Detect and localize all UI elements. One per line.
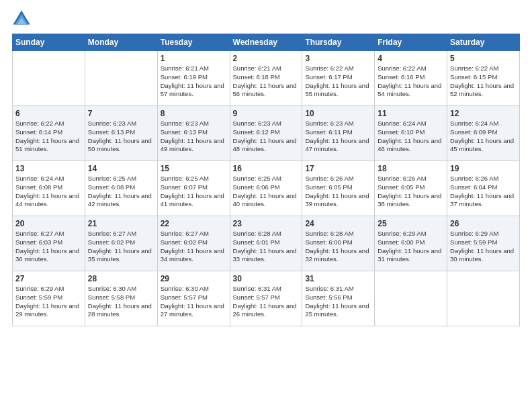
header-day: Tuesday: [157, 34, 230, 51]
calendar-week: 1Sunrise: 6:21 AM Sunset: 6:19 PM Daylig…: [13, 51, 520, 106]
day-number: 18: [378, 164, 444, 173]
day-number: 31: [305, 274, 371, 283]
calendar-week: 13Sunrise: 6:24 AM Sunset: 6:08 PM Dayli…: [13, 161, 520, 216]
calendar-cell: 31Sunrise: 6:31 AM Sunset: 5:56 PM Dayli…: [302, 271, 375, 326]
calendar-cell: 12Sunrise: 6:24 AM Sunset: 6:09 PM Dayli…: [447, 106, 520, 161]
day-number: 11: [378, 109, 444, 118]
header-day: Thursday: [302, 34, 375, 51]
calendar-cell: 16Sunrise: 6:25 AM Sunset: 6:06 PM Dayli…: [230, 161, 302, 216]
day-number: 7: [88, 109, 154, 118]
cell-info: Sunrise: 6:26 AM Sunset: 6:05 PM Dayligh…: [378, 175, 441, 208]
calendar-cell: 19Sunrise: 6:26 AM Sunset: 6:04 PM Dayli…: [447, 161, 520, 216]
day-number: 2: [233, 54, 300, 63]
calendar-cell: [447, 271, 520, 326]
calendar-cell: 23Sunrise: 6:28 AM Sunset: 6:01 PM Dayli…: [230, 216, 302, 271]
calendar-cell: 18Sunrise: 6:26 AM Sunset: 6:05 PM Dayli…: [375, 161, 447, 216]
day-number: 19: [450, 164, 517, 173]
day-number: 8: [161, 109, 227, 118]
calendar-cell: 24Sunrise: 6:28 AM Sunset: 6:00 PM Dayli…: [302, 216, 375, 271]
header-day: Saturday: [447, 34, 520, 51]
header-day: Sunday: [13, 34, 85, 51]
header-day: Wednesday: [230, 34, 302, 51]
calendar-table: SundayMondayTuesdayWednesdayThursdayFrid…: [12, 34, 520, 326]
cell-info: Sunrise: 6:24 AM Sunset: 6:10 PM Dayligh…: [378, 120, 441, 152]
day-number: 3: [305, 54, 371, 63]
cell-info: Sunrise: 6:23 AM Sunset: 6:12 PM Dayligh…: [233, 120, 297, 152]
calendar-cell: 30Sunrise: 6:31 AM Sunset: 5:57 PM Dayli…: [230, 271, 302, 326]
cell-info: Sunrise: 6:25 AM Sunset: 6:08 PM Dayligh…: [88, 175, 152, 208]
day-number: 10: [305, 109, 371, 118]
calendar-cell: 8Sunrise: 6:23 AM Sunset: 6:13 PM Daylig…: [157, 106, 230, 161]
cell-info: Sunrise: 6:28 AM Sunset: 6:00 PM Dayligh…: [305, 230, 369, 263]
day-number: 29: [161, 274, 227, 283]
cell-info: Sunrise: 6:23 AM Sunset: 6:11 PM Dayligh…: [305, 120, 369, 152]
calendar-cell: [13, 51, 85, 106]
header-row: SundayMondayTuesdayWednesdayThursdayFrid…: [13, 34, 520, 51]
cell-info: Sunrise: 6:29 AM Sunset: 5:59 PM Dayligh…: [15, 285, 79, 318]
cell-info: Sunrise: 6:29 AM Sunset: 5:59 PM Dayligh…: [450, 230, 514, 263]
cell-info: Sunrise: 6:22 AM Sunset: 6:14 PM Dayligh…: [15, 120, 79, 152]
calendar-cell: 6Sunrise: 6:22 AM Sunset: 6:14 PM Daylig…: [13, 106, 85, 161]
day-number: 17: [305, 164, 371, 173]
cell-info: Sunrise: 6:31 AM Sunset: 5:57 PM Dayligh…: [233, 285, 297, 318]
cell-info: Sunrise: 6:30 AM Sunset: 5:58 PM Dayligh…: [88, 285, 152, 318]
calendar-cell: 27Sunrise: 6:29 AM Sunset: 5:59 PM Dayli…: [13, 271, 85, 326]
cell-info: Sunrise: 6:25 AM Sunset: 6:07 PM Dayligh…: [161, 175, 224, 208]
calendar-cell: 9Sunrise: 6:23 AM Sunset: 6:12 PM Daylig…: [230, 106, 302, 161]
cell-info: Sunrise: 6:25 AM Sunset: 6:06 PM Dayligh…: [233, 175, 297, 208]
calendar-cell: 5Sunrise: 6:22 AM Sunset: 6:15 PM Daylig…: [447, 51, 520, 106]
day-number: 5: [450, 54, 517, 63]
cell-info: Sunrise: 6:28 AM Sunset: 6:01 PM Dayligh…: [233, 230, 297, 263]
day-number: 21: [88, 219, 154, 228]
cell-info: Sunrise: 6:27 AM Sunset: 6:02 PM Dayligh…: [88, 230, 152, 263]
day-number: 9: [233, 109, 300, 118]
cell-info: Sunrise: 6:22 AM Sunset: 6:16 PM Dayligh…: [378, 64, 441, 97]
calendar-cell: 29Sunrise: 6:30 AM Sunset: 5:57 PM Dayli…: [157, 271, 230, 326]
calendar-cell: 1Sunrise: 6:21 AM Sunset: 6:19 PM Daylig…: [157, 51, 230, 106]
cell-info: Sunrise: 6:29 AM Sunset: 6:00 PM Dayligh…: [378, 230, 441, 263]
day-number: 15: [161, 164, 227, 173]
calendar-cell: 25Sunrise: 6:29 AM Sunset: 6:00 PM Dayli…: [375, 216, 447, 271]
calendar-cell: 20Sunrise: 6:27 AM Sunset: 6:03 PM Dayli…: [13, 216, 85, 271]
header-day: Friday: [375, 34, 447, 51]
calendar-cell: 15Sunrise: 6:25 AM Sunset: 6:07 PM Dayli…: [157, 161, 230, 216]
day-number: 1: [161, 54, 227, 63]
cell-info: Sunrise: 6:26 AM Sunset: 6:04 PM Dayligh…: [450, 175, 514, 208]
cell-info: Sunrise: 6:21 AM Sunset: 6:18 PM Dayligh…: [233, 64, 297, 97]
day-number: 22: [161, 219, 227, 228]
calendar-cell: 13Sunrise: 6:24 AM Sunset: 6:08 PM Dayli…: [13, 161, 85, 216]
cell-info: Sunrise: 6:26 AM Sunset: 6:05 PM Dayligh…: [305, 175, 369, 208]
logo-icon: [12, 9, 31, 28]
calendar-body: 1Sunrise: 6:21 AM Sunset: 6:19 PM Daylig…: [13, 51, 520, 326]
calendar-cell: 22Sunrise: 6:27 AM Sunset: 6:02 PM Dayli…: [157, 216, 230, 271]
cell-info: Sunrise: 6:27 AM Sunset: 6:03 PM Dayligh…: [15, 230, 79, 263]
calendar-cell: 7Sunrise: 6:23 AM Sunset: 6:13 PM Daylig…: [85, 106, 157, 161]
cell-info: Sunrise: 6:21 AM Sunset: 6:19 PM Dayligh…: [161, 64, 224, 97]
cell-info: Sunrise: 6:23 AM Sunset: 6:13 PM Dayligh…: [88, 120, 152, 152]
calendar-cell: 14Sunrise: 6:25 AM Sunset: 6:08 PM Dayli…: [85, 161, 157, 216]
calendar-cell: 21Sunrise: 6:27 AM Sunset: 6:02 PM Dayli…: [85, 216, 157, 271]
calendar-cell: 28Sunrise: 6:30 AM Sunset: 5:58 PM Dayli…: [85, 271, 157, 326]
calendar-week: 6Sunrise: 6:22 AM Sunset: 6:14 PM Daylig…: [13, 106, 520, 161]
day-number: 25: [378, 219, 444, 228]
calendar-cell: 11Sunrise: 6:24 AM Sunset: 6:10 PM Dayli…: [375, 106, 447, 161]
day-number: 12: [450, 109, 517, 118]
calendar-header: SundayMondayTuesdayWednesdayThursdayFrid…: [13, 34, 520, 51]
calendar-week: 20Sunrise: 6:27 AM Sunset: 6:03 PM Dayli…: [13, 216, 520, 271]
cell-info: Sunrise: 6:22 AM Sunset: 6:15 PM Dayligh…: [450, 64, 514, 97]
calendar-cell: 10Sunrise: 6:23 AM Sunset: 6:11 PM Dayli…: [302, 106, 375, 161]
day-number: 27: [15, 274, 82, 283]
day-number: 20: [15, 219, 82, 228]
cell-info: Sunrise: 6:24 AM Sunset: 6:09 PM Dayligh…: [450, 120, 514, 152]
logo: [12, 9, 34, 28]
day-number: 14: [88, 164, 154, 173]
day-number: 6: [15, 109, 82, 118]
cell-info: Sunrise: 6:27 AM Sunset: 6:02 PM Dayligh…: [161, 230, 224, 263]
calendar-cell: [85, 51, 157, 106]
header-day: Monday: [85, 34, 157, 51]
day-number: 28: [88, 274, 154, 283]
calendar-cell: 3Sunrise: 6:22 AM Sunset: 6:17 PM Daylig…: [302, 51, 375, 106]
cell-info: Sunrise: 6:30 AM Sunset: 5:57 PM Dayligh…: [161, 285, 224, 318]
calendar-cell: [375, 271, 447, 326]
day-number: 24: [305, 219, 371, 228]
